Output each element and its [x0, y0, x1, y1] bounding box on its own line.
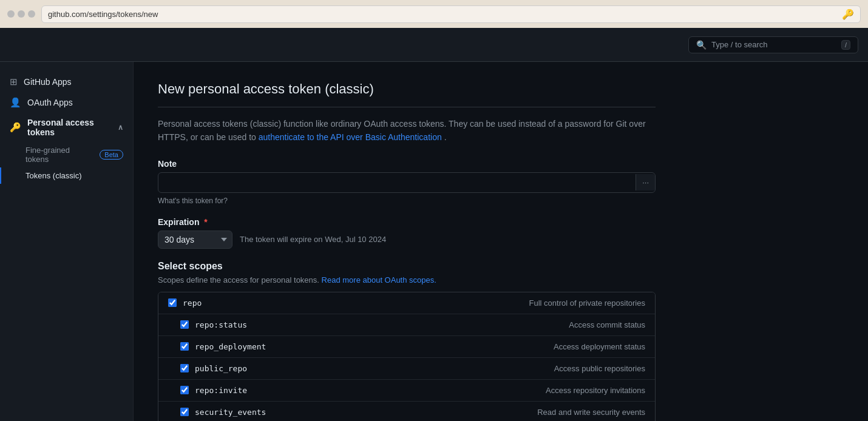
scope-checkbox-repo-invite[interactable]	[180, 386, 189, 394]
github-apps-icon: ⊞	[10, 76, 18, 87]
scope-row-repo-status: repo:status Access commit status	[158, 314, 655, 336]
scope-name-public-repo: public_repo	[195, 364, 304, 373]
scope-desc-repo-deployment: Access deployment status	[554, 342, 645, 351]
scope-name-security-events: security_events	[195, 408, 304, 417]
sidebar-item-fine-grained[interactable]: Fine-grained tokens Beta	[0, 142, 133, 167]
url-text: github.com/settings/tokens/new	[48, 10, 158, 19]
scope-checkbox-repo-deployment[interactable]	[180, 342, 189, 351]
note-hint: What's this token for?	[158, 197, 656, 205]
scopes-link[interactable]: Read more about OAuth scopes.	[322, 275, 436, 285]
scope-checkbox-repo-status[interactable]	[180, 320, 189, 329]
scope-desc-public-repo: Access public repositories	[554, 364, 645, 373]
expiration-form-group: Expiration * 30 days 60 days 90 days Cus…	[158, 217, 656, 249]
scope-name-repo-deployment: repo_deployment	[195, 342, 304, 351]
scope-row-repo: repo Full control of private repositorie…	[158, 292, 655, 314]
sidebar-item-github-apps-label: GitHub Apps	[24, 77, 72, 87]
scopes-title: Select scopes	[158, 261, 656, 272]
sidebar-item-personal-access-tokens[interactable]: 🔑 Personal access tokens ∧	[0, 113, 133, 142]
note-input-action[interactable]: ···	[636, 174, 655, 190]
sidebar-item-tokens-classic[interactable]: Tokens (classic)	[0, 167, 133, 184]
scope-name-repo-invite: repo:invite	[195, 386, 304, 395]
browser-dot-1	[7, 10, 15, 18]
scope-row-repo-invite: repo:invite Access repository invitation…	[158, 380, 655, 402]
scope-desc-repo-status: Access commit status	[569, 320, 645, 329]
scope-row-public-repo: public_repo Access public repositories	[158, 358, 655, 380]
main-layout: ⊞ GitHub Apps 👤 OAuth Apps 🔑 Personal ac…	[0, 62, 868, 421]
oauth-apps-icon: 👤	[10, 97, 21, 108]
expiration-label: Expiration *	[158, 217, 656, 227]
expiration-hint: The token will expire on Wed, Jul 10 202…	[240, 235, 386, 244]
tokens-classic-label: Tokens (classic)	[25, 171, 81, 180]
note-input[interactable]	[158, 173, 636, 192]
personal-tokens-icon: 🔑	[10, 122, 21, 133]
content-area: New personal access token (classic) Pers…	[134, 62, 680, 421]
sidebar-item-personal-tokens-label: Personal access tokens	[27, 118, 112, 137]
browser-url-bar[interactable]: github.com/settings/tokens/new 🔑	[41, 5, 861, 23]
sidebar: ⊞ GitHub Apps 👤 OAuth Apps 🔑 Personal ac…	[0, 62, 134, 421]
scope-desc-repo-invite: Access repository invitations	[546, 386, 645, 395]
scope-name-repo: repo	[183, 298, 292, 308]
browser-dot-3	[28, 10, 35, 18]
scope-checkbox-security-events[interactable]	[180, 408, 189, 416]
required-star: *	[204, 217, 207, 227]
scope-row-repo-deployment: repo_deployment Access deployment status	[158, 336, 655, 358]
scopes-desc-text: Scopes define the access for personal to…	[158, 275, 322, 285]
search-box[interactable]: 🔍 Type / to search /	[688, 36, 858, 53]
scope-checkbox-repo[interactable]	[168, 298, 177, 307]
browser-bar: github.com/settings/tokens/new 🔑	[0, 0, 868, 28]
expiration-label-text: Expiration	[158, 217, 199, 227]
page-title: New personal access token (classic)	[158, 81, 656, 107]
expiration-select[interactable]: 30 days 60 days 90 days Custom No expira…	[158, 231, 232, 249]
scope-desc-security-events: Read and write security events	[537, 408, 645, 417]
note-form-group: Note ··· What's this token for?	[158, 159, 656, 205]
key-icon: 🔑	[842, 8, 854, 20]
expiration-row: 30 days 60 days 90 days Custom No expira…	[158, 231, 656, 249]
github-nav: 🔍 Type / to search /	[0, 28, 868, 62]
page-description: Personal access tokens (classic) functio…	[158, 117, 656, 144]
scope-desc-repo: Full control of private repositories	[529, 298, 645, 308]
sidebar-item-github-apps[interactable]: ⊞ GitHub Apps	[0, 72, 133, 92]
search-kbd: /	[841, 40, 850, 50]
description-link[interactable]: authenticate to the API over Basic Authe…	[259, 132, 442, 142]
browser-dot-2	[18, 10, 25, 18]
sidebar-sub-menu: Fine-grained tokens Beta Tokens (classic…	[0, 142, 133, 184]
scope-row-security-events: security_events Read and write security …	[158, 402, 655, 421]
sidebar-item-oauth-apps-label: OAuth Apps	[27, 98, 73, 107]
note-label: Note	[158, 159, 656, 169]
search-placeholder: Type / to search	[711, 40, 768, 49]
scope-checkbox-public-repo[interactable]	[180, 364, 189, 372]
browser-dots	[7, 10, 35, 18]
expand-icon: ∧	[118, 123, 123, 132]
search-icon: 🔍	[696, 40, 707, 50]
scopes-table: repo Full control of private repositorie…	[158, 292, 656, 421]
fine-grained-label: Fine-grained tokens	[25, 146, 95, 164]
note-input-wrapper: ···	[158, 172, 656, 193]
scope-name-repo-status: repo:status	[195, 320, 304, 329]
beta-badge: Beta	[100, 150, 123, 160]
scopes-description: Scopes define the access for personal to…	[158, 275, 656, 285]
scopes-form-group: Select scopes Scopes define the access f…	[158, 261, 656, 421]
description-end: .	[444, 132, 447, 142]
sidebar-item-oauth-apps[interactable]: 👤 OAuth Apps	[0, 92, 133, 113]
